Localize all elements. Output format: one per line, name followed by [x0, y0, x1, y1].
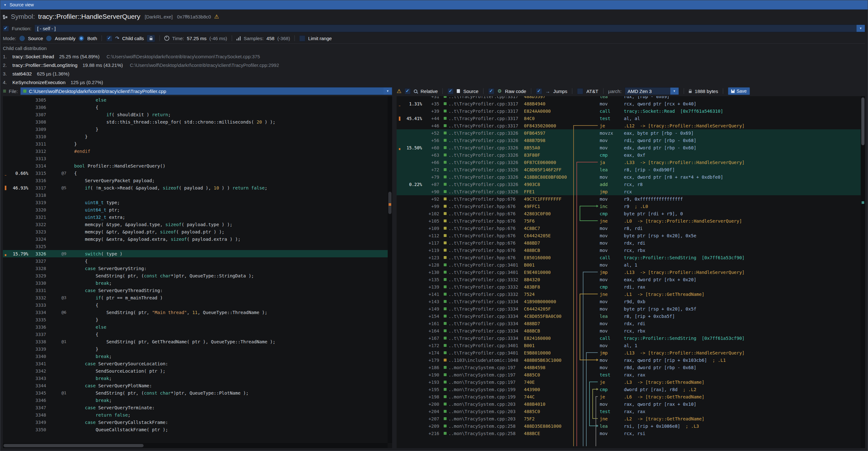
asm-source-location[interactable]: ..t\TracyProfiler.cpp:3334 — [439, 314, 524, 319]
source-line[interactable]: 3330 break; — [3, 279, 388, 287]
source-horizontal-scrollbar[interactable] — [3, 443, 388, 448]
asm-row[interactable]: +99..t\TracyProfiler.hpp:67649FFC1incr9 … — [397, 203, 861, 210]
asm-row[interactable]: +39..t\TracyProfiler.cpp:3317E824AA0000c… — [397, 107, 861, 115]
asm-source-location[interactable]: ..t\TracyProfiler.cpp:3326 — [439, 153, 524, 158]
jumps-checkbox[interactable] — [536, 88, 542, 94]
asm-row[interactable]: 0.22%+87..t\TracyProfiler.cpp:33264903C8… — [397, 181, 861, 188]
asm-row[interactable]: +164..t\TracyProfiler.cpp:3334488BCBmovr… — [397, 327, 861, 334]
source-line[interactable]: 3324 memcpy( &extra, &payload.extra, siz… — [3, 235, 388, 243]
source-line[interactable]: 3342 SendSourceLocation( ptr ); — [3, 367, 388, 374]
source-line[interactable]: 3346 break; — [3, 396, 388, 404]
source-line[interactable]: 3350 QueueCallstackFrame( ptr ); — [3, 426, 388, 433]
asm-source-location[interactable]: ..t\TracyProfiler.cpp:3332 — [439, 277, 524, 282]
asm-row[interactable]: +154..t\TracyProfiler.cpp:33344C8D055FBA… — [397, 312, 861, 320]
asm-source-location[interactable]: ..t\TracyProfiler.hpp:676 — [439, 233, 524, 238]
source-line[interactable]: 0.66%3315@7{ — [3, 170, 388, 177]
asm-source-location[interactable]: ..t\TracyProfiler.cpp:3326 — [439, 175, 524, 180]
asm-row[interactable]: +46..t\TracyProfiler.cpp:33170F843502000… — [397, 122, 861, 129]
source-line[interactable]: 3325 — [3, 243, 388, 250]
asm-source-location[interactable]: ..t\TracyProfiler.hpp:676 — [439, 204, 524, 209]
asm-row[interactable]: +130..t\TracyProfiler.cpp:3401E9E4010000… — [397, 269, 861, 276]
function-combo[interactable]: [ - self - ] ▼ — [34, 25, 865, 32]
radio-source[interactable] — [19, 35, 25, 41]
asm-row[interactable]: +200..mon\TracySystem.cpp:203488B4010mov… — [397, 400, 861, 408]
asm-row[interactable]: 15.50%+60..t\TracyProfiler.cpp:33268B55A… — [397, 144, 861, 151]
source-horizontal-scrollbar-thumb[interactable] — [3, 444, 144, 447]
asm-row[interactable]: +149..t\TracyProfiler.cpp:3334C64424205F… — [397, 305, 861, 312]
source-line[interactable]: 3318 — [3, 191, 388, 199]
source-vertical-scrollbar[interactable] — [388, 96, 392, 443]
source-line[interactable]: 3306 { — [3, 103, 388, 111]
asm-row[interactable]: +167..t\TracyProfiler.cpp:3334E824160000… — [397, 334, 861, 342]
asm-source-location[interactable]: ..mon\TracySystem.cpp:197 — [439, 380, 524, 385]
asm-source-checkbox[interactable] — [447, 88, 454, 94]
asm-row[interactable]: +109..t\TracyProfiler.hpp:6764C8BC7movr8… — [397, 224, 861, 232]
asm-row[interactable]: +123..t\TracyProfiler.hpp:676E850160000c… — [397, 254, 861, 261]
asm-row[interactable]: +161..t\TracyProfiler.cpp:3334488BD7movr… — [397, 320, 861, 327]
source-line[interactable]: 3340 break; — [3, 353, 388, 360]
asm-row[interactable]: +209..mon\TracySystem.cpp:258488D35E8861… — [397, 422, 861, 430]
asm-source-location[interactable]: ..t\TracyProfiler.hpp:676 — [439, 197, 524, 202]
asm-source-location[interactable]: ..1103\include\atomic:1048 — [439, 358, 524, 363]
asm-source-location[interactable]: ..mon\TracySystem.cpp:258 — [439, 424, 524, 429]
source-line[interactable]: 3322 memcpy( &type, &payload.type, sizeo… — [3, 221, 388, 228]
source-line[interactable]: 3347 case ServerQueryTerminate: — [3, 404, 388, 411]
asm-source-location[interactable]: ..mon\TracySystem.cpp:199 — [439, 394, 524, 399]
source-line[interactable]: 3341 case ServerQuerySourceLocation: — [3, 360, 388, 367]
source-line[interactable]: 3328 case ServerQueryString: — [3, 265, 388, 272]
asm-source-location[interactable]: ..t\TracyProfiler.hpp:676 — [439, 211, 524, 216]
asm-source-location[interactable]: ..t\TracyProfiler.cpp:3317 — [439, 123, 524, 128]
asm-source-location[interactable]: ..t\TracyProfiler.cpp:3334 — [439, 336, 524, 341]
asm-source-location[interactable]: ..t\TracyProfiler.hpp:676 — [439, 240, 524, 246]
asm-source-location[interactable]: ..t\TracyProfiler.cpp:3334 — [439, 321, 524, 326]
asm-row[interactable]: +172..t\TracyProfiler.cpp:3401B001moval,… — [397, 342, 861, 349]
asm-source-location[interactable]: ..mon\TracySystem.cpp:203 — [439, 402, 524, 407]
source-line[interactable]: 3319 uint8_t type; — [3, 199, 388, 206]
assembly-vertical-scrollbar[interactable] — [861, 96, 865, 448]
asm-row[interactable]: +204..mon\TracySystem.cpp:2034885C0testr… — [397, 408, 861, 415]
source-line[interactable]: 3311} — [3, 140, 388, 147]
source-line[interactable]: 3312#endif — [3, 147, 388, 155]
source-line[interactable]: 3314bool Profiler::HandleServerQuery() — [3, 162, 388, 170]
asm-source-location[interactable]: ..t\TracyProfiler.cpp:3317 — [439, 116, 524, 121]
function-checkbox[interactable] — [3, 26, 9, 32]
asm-row[interactable]: +79..t\TracyProfiler.cpp:3326418B8C80E0B… — [397, 173, 861, 181]
pane-splitter[interactable] — [392, 96, 397, 448]
asm-source-location[interactable]: ..t\TracyProfiler.cpp:3317 — [439, 96, 524, 99]
chevron-down-icon[interactable]: ▼ — [383, 88, 392, 95]
titlebar[interactable]: ▼ Source view — [0, 0, 868, 9]
source-line[interactable]: 3349 case ServerQueryCallstackFrame: — [3, 419, 388, 426]
child-calls-checkbox[interactable] — [106, 35, 112, 41]
asm-row[interactable]: +193..mon\TracySystem.cpp:197740Eje.L3 -… — [397, 379, 861, 386]
att-checkbox[interactable] — [577, 88, 583, 94]
asm-source-location[interactable]: ..t\TracyProfiler.cpp:3332 — [439, 284, 524, 290]
asm-row[interactable]: +186..mon\TracySystem.cpp:197448B4598mov… — [397, 364, 861, 371]
asm-row[interactable]: +112..t\TracyProfiler.hpp:676C64424205Em… — [397, 232, 861, 239]
source-line[interactable]: 3337 { — [3, 331, 388, 338]
asm-source-location[interactable]: ..t\TracyProfiler.hpp:676 — [439, 218, 524, 223]
child-call-function[interactable]: tracy::Socket::Read — [12, 52, 54, 61]
source-line[interactable]: 3344 case ServerQueryPlotName: — [3, 382, 388, 389]
source-line[interactable]: 46.93%3317@5 if( !m_sock->Read( &payload… — [3, 184, 388, 191]
source-line[interactable]: 3327 { — [3, 257, 388, 265]
child-call-function[interactable]: KeSynchronizeExecution — [12, 78, 66, 85]
asm-row[interactable]: +139..t\TracyProfiler.cpp:3332483BF8cmpr… — [397, 283, 861, 291]
asm-source-location[interactable]: ..t\TracyProfiler.cpp:3334 — [439, 306, 524, 311]
source-line[interactable]: 15.79%3326@9 switch( type ) — [3, 250, 388, 257]
asm-source-location[interactable]: ..t\TracyProfiler.cpp:3401 — [439, 270, 524, 275]
asm-source-location[interactable]: ..t\TracyProfiler.cpp:3334 — [439, 299, 524, 304]
asm-row[interactable]: 1.31%+35..t\TracyProfiler.cpp:3317488B49… — [397, 100, 861, 107]
asm-source-location[interactable]: ..t\TracyProfiler.cpp:3326 — [439, 167, 524, 172]
asm-row[interactable]: +90..t\TracyProfiler.cpp:3326FFE1jmprcx — [397, 188, 861, 195]
asm-source-location[interactable]: ..t\TracyProfiler.hpp:676 — [439, 226, 524, 231]
uarch-combo[interactable]: AMD Zen 3 ▼ — [625, 87, 679, 95]
asm-row[interactable]: +31..t\TracyProfiler.cpp:3317488D5597lea… — [397, 96, 861, 100]
source-line[interactable]: 3321 uint32_t extra; — [3, 213, 388, 221]
asm-source-location[interactable]: ..mon\TracySystem.cpp:197 — [439, 365, 524, 370]
asm-row[interactable]: +52..t\TracyProfiler.cpp:33260FB64597mov… — [397, 129, 861, 137]
asm-row[interactable]: +179..1103\include\atomic:1048488B05B63C… — [397, 356, 861, 364]
asm-source-location[interactable]: ..t\TracyProfiler.cpp:3332 — [439, 292, 524, 297]
asm-source-location[interactable]: ..t\TracyProfiler.cpp:3326 — [439, 182, 524, 187]
asm-row[interactable]: +135..t\TracyProfiler.cpp:33328B4320move… — [397, 276, 861, 283]
radio-both[interactable] — [78, 35, 84, 41]
